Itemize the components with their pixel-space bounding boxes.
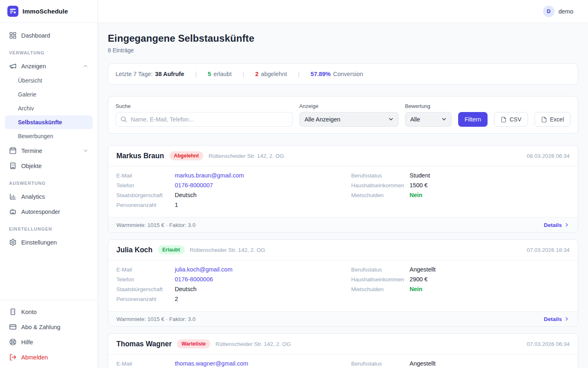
details-label: Details — [544, 316, 562, 322]
sidebar-item-label: Anzeigen — [21, 63, 46, 70]
sidebar-item-einstellungen[interactable]: Einstellungen — [5, 235, 93, 250]
calendar-icon — [9, 147, 17, 155]
bewertung-field-group: Bewertung Alle — [405, 103, 452, 127]
anzeige-select[interactable]: Alle Anzeigen — [299, 112, 399, 127]
field-label-job: Berufsstatus — [351, 361, 410, 367]
bar-chart-icon — [9, 193, 17, 200]
sidebar-item-konto[interactable]: Konto — [5, 304, 93, 319]
stat-prefix: Letzte 7 Tage: — [116, 71, 153, 77]
sidebar-section-auswertung: AUSWERTUNG — [9, 181, 89, 186]
phone-link[interactable]: 0176-8000006 — [175, 276, 213, 283]
bewertung-select[interactable]: Alle — [405, 112, 452, 127]
search-input[interactable] — [116, 112, 293, 127]
logout-icon — [9, 353, 17, 361]
field-label-phone: Telefon — [116, 182, 175, 188]
field-label-debt: Mietschulden — [351, 286, 410, 292]
sidebar-item-label: Dashboard — [21, 32, 50, 39]
main: Eingegangene Selbstauskünfte 8 Einträge … — [98, 23, 588, 368]
file-icon — [501, 117, 507, 123]
entry-card: Julia Koch Erlaubt Rüttenscheider Str. 1… — [108, 239, 578, 327]
filter-bar: Suche Anzeige Alle Anzeigen — [108, 96, 578, 134]
sidebar-item-label: Konto — [21, 309, 37, 315]
sidebar-section-einstellungen: EINSTELLUNGEN — [9, 227, 89, 231]
gear-icon — [9, 238, 17, 246]
details-link[interactable]: Details — [544, 222, 570, 228]
sidebar-item-dashboard[interactable]: Dashboard — [5, 28, 93, 43]
app-logo-icon — [7, 6, 18, 17]
details-link[interactable]: Details — [544, 316, 570, 322]
stat-allowed: 5 erlaubt — [208, 71, 232, 77]
field-label-income: Haushaltseinkommen — [351, 276, 410, 283]
office-building-icon — [9, 308, 17, 316]
applicant-name: Thomas Wagner — [116, 340, 172, 348]
topbar: D demo — [98, 0, 588, 23]
phone-link[interactable]: 0176-8000007 — [175, 182, 213, 188]
sidebar-item-abmelden[interactable]: Abmelden — [5, 350, 93, 365]
entry-card-body: E-Mailthomas.wagner@gmail.com Berufsstat… — [108, 355, 578, 368]
job-status-value: Student — [410, 172, 430, 179]
chevron-up-icon — [82, 63, 89, 69]
entry-card-header: Thomas Wagner Warteliste Rüttenscheider … — [108, 334, 578, 355]
field-label-email: E-Mail — [116, 361, 175, 367]
email-link[interactable]: thomas.wagner@gmail.com — [175, 360, 248, 367]
stat-separator: | — [243, 71, 244, 77]
listing-address: Rüttenscheider Str. 142, 2. OG — [216, 341, 291, 347]
sidebar-item-hilfe[interactable]: Hilfe — [5, 334, 93, 350]
sidebar-item-uebersicht[interactable]: Übersicht — [5, 74, 93, 88]
search-label: Suche — [116, 103, 293, 109]
stat-views-value: 38 Aufrufe — [155, 71, 184, 77]
excel-export-button[interactable]: Excel — [535, 112, 570, 127]
entry-card-footer: Warmmiete: 1015 € · Faktor: 3.0 Details — [108, 217, 578, 232]
stat-separator: | — [195, 71, 197, 77]
sidebar-item-label: Abmelden — [21, 354, 48, 361]
email-link[interactable]: julia.koch@gmail.com — [175, 266, 232, 273]
applicant-name: Markus Braun — [116, 152, 164, 160]
status-badge: Erlaubt — [158, 245, 185, 254]
chevron-right-icon — [564, 316, 570, 322]
submission-date: 07.03.2026 06:34 — [527, 341, 570, 347]
sidebar-item-autoresponder[interactable]: Autoresponder — [5, 204, 93, 219]
building-icon — [9, 162, 17, 170]
field-label-job: Berufsstatus — [351, 173, 410, 179]
field-label-debt: Mietschulden — [351, 192, 410, 198]
stat-allowed-value: 5 — [208, 71, 211, 77]
sidebar-item-galerie[interactable]: Galerie — [5, 88, 93, 101]
sidebar-item-label: Objekte — [21, 163, 42, 169]
sidebar-nav: Dashboard VERWALTUNG Anzeigen Übersicht … — [0, 23, 98, 300]
brand-name: ImmoSchedule — [22, 8, 68, 15]
applicant-name: Julia Koch — [116, 246, 153, 254]
sidebar-item-label: Termine — [21, 148, 42, 154]
life-buoy-icon — [9, 338, 17, 346]
sidebar-item-label: Hilfe — [21, 339, 33, 346]
sidebar-bottom: Konto Abo & Zahlung Hilfe — [0, 300, 98, 368]
avatar[interactable]: D — [543, 6, 555, 17]
entry-card-body: E-Mailjulia.koch@gmail.com Telefon0176-8… — [108, 260, 578, 311]
file-icon — [541, 117, 547, 123]
user-name: demo — [559, 8, 573, 15]
chevron-down-icon — [82, 148, 89, 154]
csv-export-button[interactable]: CSV — [494, 112, 528, 127]
status-badge: Abgelehnt — [169, 151, 203, 160]
sidebar-item-anzeigen[interactable]: Anzeigen — [5, 58, 93, 74]
entry-count: 8 Einträge — [108, 47, 578, 54]
email-link[interactable]: markus.braun@gmail.com — [175, 172, 244, 179]
stat-allowed-label: erlaubt — [214, 71, 232, 77]
field-label-email: E-Mail — [116, 173, 175, 179]
stat-views: Letzte 7 Tage: 38 Aufrufe — [116, 71, 184, 77]
sidebar-item-archiv[interactable]: Archiv — [5, 101, 93, 115]
stat-rejected: 2 abgelehnt — [255, 71, 287, 77]
sidebar-item-selbstauskuenfte[interactable]: Selbstauskünfte — [5, 115, 93, 129]
filter-button[interactable]: Filtern — [458, 112, 488, 127]
sidebar-item-termine[interactable]: Termine — [5, 143, 93, 158]
details-label: Details — [544, 222, 562, 228]
entry-list: Markus Braun Abgelehnt Rüttenscheider St… — [108, 145, 578, 368]
rent-debt-value: Nein — [410, 286, 422, 292]
sidebar-item-bewerbungen[interactable]: Bewerbungen — [5, 129, 93, 143]
sidebar-section-verwaltung: VERWALTUNG — [9, 50, 89, 55]
sidebar-item-analytics[interactable]: Analytics — [5, 189, 93, 204]
sidebar-item-abo-zahlung[interactable]: Abo & Zahlung — [5, 319, 93, 334]
sidebar-item-objekte[interactable]: Objekte — [5, 158, 93, 173]
anzeige-field-group: Anzeige Alle Anzeigen — [299, 103, 399, 127]
field-label-persons: Personenanzahl — [116, 202, 175, 208]
field-label-job: Berufsstatus — [351, 267, 410, 273]
